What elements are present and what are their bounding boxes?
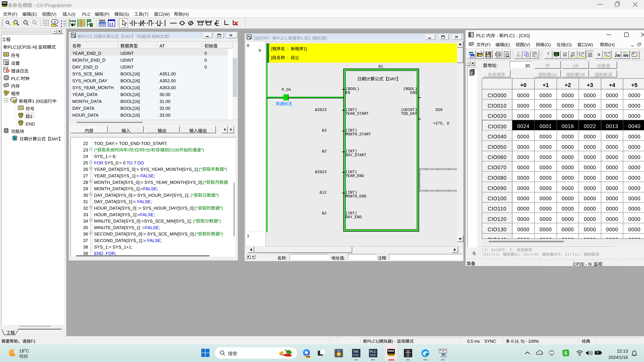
svg-text:0.10: 0.10: [578, 51, 584, 55]
svg-text:,: ,: [547, 54, 548, 58]
svg-text:S: S: [564, 349, 567, 356]
svg-text:4W: 4W: [623, 52, 628, 58]
svg-text:V18: V18: [353, 353, 358, 357]
svg-text:CI: CI: [109, 22, 114, 26]
svg-text:PRE: PRE: [306, 355, 310, 358]
svg-text:-: -: [572, 54, 574, 58]
svg-text:SMA: SMA: [99, 18, 105, 22]
svg-text:a: a: [598, 51, 600, 57]
svg-text:SIM: SIM: [370, 353, 376, 357]
svg-text:10: 10: [554, 51, 558, 56]
svg-text:w: w: [54, 19, 56, 23]
svg-text:10: 10: [563, 51, 567, 56]
svg-text:0-10: 0-10: [606, 51, 610, 54]
svg-text:16: 16: [588, 51, 592, 56]
svg-text:+: +: [570, 54, 572, 58]
svg-text:2W: 2W: [615, 52, 620, 58]
